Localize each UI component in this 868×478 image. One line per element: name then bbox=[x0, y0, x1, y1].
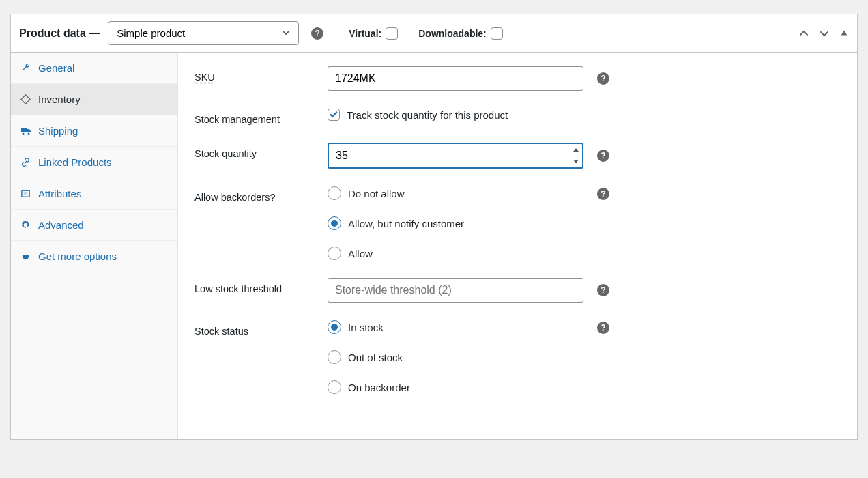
radio-button bbox=[328, 380, 341, 394]
svg-point-1 bbox=[23, 132, 25, 135]
product-data-panel: Product data — Simple product ? Virtual:… bbox=[10, 14, 858, 440]
divider bbox=[336, 27, 336, 40]
list-icon bbox=[20, 188, 31, 199]
tab-label: Shipping bbox=[38, 125, 78, 137]
stock-management-text: Track stock quantity for this product bbox=[347, 109, 508, 121]
stock-status-out-of-stock[interactable]: Out of stock bbox=[328, 350, 583, 364]
sidebar-tabs: General Inventory Shipping Linked Produc… bbox=[11, 53, 178, 439]
tab-label: General bbox=[38, 62, 74, 74]
help-icon[interactable]: ? bbox=[597, 322, 609, 334]
move-down-icon[interactable] bbox=[819, 28, 830, 39]
inventory-icon bbox=[20, 94, 31, 104]
plug-icon bbox=[20, 251, 31, 262]
tab-label: Get more options bbox=[38, 251, 117, 262]
help-icon[interactable]: ? bbox=[311, 27, 323, 40]
spinner-down[interactable] bbox=[568, 156, 583, 168]
radio-label: Allow bbox=[348, 248, 373, 259]
virtual-checkbox-wrap: Virtual: bbox=[349, 27, 398, 40]
radio-label: Allow, but notify customer bbox=[348, 218, 464, 229]
tab-label: Linked Products bbox=[38, 156, 112, 168]
svg-rect-0 bbox=[21, 95, 30, 104]
sku-input[interactable] bbox=[328, 66, 583, 91]
toggle-panel-icon[interactable] bbox=[839, 28, 849, 39]
row-low-stock-threshold: Low stock threshold ? bbox=[194, 278, 841, 303]
stock-quantity-label: Stock quantity bbox=[194, 143, 328, 159]
tab-label: Attributes bbox=[38, 188, 81, 199]
wrench-icon bbox=[20, 63, 31, 73]
svg-point-2 bbox=[28, 132, 30, 135]
tab-label: Advanced bbox=[38, 219, 84, 231]
tab-general[interactable]: General bbox=[11, 53, 177, 84]
number-spinner bbox=[568, 144, 583, 167]
spinner-up[interactable] bbox=[568, 144, 583, 156]
radio-button bbox=[328, 247, 341, 260]
allow-backorders-label: Allow backorders? bbox=[194, 186, 328, 203]
radio-label: In stock bbox=[348, 322, 384, 333]
low-stock-threshold-input[interactable] bbox=[328, 278, 583, 303]
help-icon[interactable]: ? bbox=[597, 284, 609, 296]
gear-icon bbox=[20, 220, 31, 230]
help-icon[interactable]: ? bbox=[597, 72, 609, 85]
stock-status-on-backorder[interactable]: On backorder bbox=[328, 380, 583, 394]
link-icon bbox=[20, 157, 31, 167]
inventory-form: SKU ? Stock management Track stock quant… bbox=[178, 53, 857, 439]
virtual-label: Virtual: bbox=[349, 28, 381, 39]
stock-status-label: Stock status bbox=[194, 320, 328, 337]
row-sku: SKU ? bbox=[194, 66, 841, 91]
radio-button bbox=[328, 186, 341, 200]
tab-linked-products[interactable]: Linked Products bbox=[11, 147, 177, 178]
radio-button bbox=[328, 320, 341, 334]
radio-button bbox=[328, 350, 341, 364]
row-stock-management: Stock management Track stock quantity fo… bbox=[194, 109, 841, 125]
truck-icon bbox=[20, 126, 31, 136]
help-icon[interactable]: ? bbox=[597, 188, 609, 200]
stock-management-checkbox[interactable] bbox=[328, 109, 340, 121]
downloadable-checkbox[interactable] bbox=[491, 27, 503, 40]
stock-management-label: Stock management bbox=[194, 109, 328, 125]
help-icon[interactable]: ? bbox=[597, 150, 609, 162]
radio-label: Do not allow bbox=[348, 188, 405, 199]
row-allow-backorders: Allow backorders? Do not allow Allow, bu… bbox=[194, 186, 841, 260]
move-up-icon[interactable] bbox=[798, 28, 809, 39]
stock-quantity-input[interactable] bbox=[328, 143, 583, 169]
tab-attributes[interactable]: Attributes bbox=[11, 178, 177, 210]
stock-status-in-stock[interactable]: In stock bbox=[328, 320, 583, 334]
downloadable-checkbox-wrap: Downloadable: bbox=[418, 27, 503, 40]
low-stock-threshold-label: Low stock threshold bbox=[194, 278, 328, 294]
row-stock-quantity: Stock quantity ? bbox=[194, 143, 841, 169]
tab-inventory[interactable]: Inventory bbox=[11, 84, 177, 115]
panel-header: Product data — Simple product ? Virtual:… bbox=[11, 14, 857, 53]
tab-label: Inventory bbox=[38, 94, 81, 105]
panel-title: Product data — bbox=[19, 27, 100, 40]
row-stock-status: Stock status In stock Out of stock bbox=[194, 320, 841, 394]
virtual-checkbox[interactable] bbox=[386, 27, 398, 40]
radio-label: Out of stock bbox=[348, 352, 403, 363]
tab-shipping[interactable]: Shipping bbox=[11, 115, 177, 147]
radio-button bbox=[328, 216, 341, 230]
backorder-option-do-not-allow[interactable]: Do not allow bbox=[328, 186, 583, 200]
backorder-option-allow[interactable]: Allow bbox=[328, 247, 583, 260]
panel-body: General Inventory Shipping Linked Produc… bbox=[11, 53, 857, 439]
tab-advanced[interactable]: Advanced bbox=[11, 210, 177, 241]
radio-label: On backorder bbox=[348, 382, 410, 393]
product-type-select[interactable]: Simple product bbox=[108, 21, 299, 45]
product-type-select-wrap: Simple product bbox=[108, 21, 299, 45]
downloadable-label: Downloadable: bbox=[418, 28, 487, 39]
tab-get-more-options[interactable]: Get more options bbox=[11, 241, 177, 272]
svg-rect-3 bbox=[22, 191, 29, 197]
sku-label: SKU bbox=[194, 66, 328, 83]
backorder-option-allow-notify[interactable]: Allow, but notify customer bbox=[328, 216, 583, 230]
